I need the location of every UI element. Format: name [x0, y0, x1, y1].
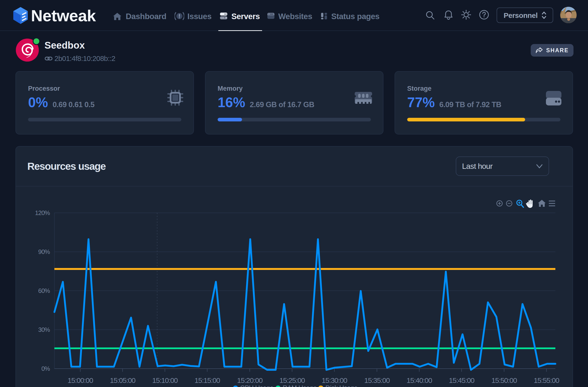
svg-text:15:45:00: 15:45:00 — [449, 376, 475, 384]
svg-text:15:20:00: 15:20:00 — [237, 376, 263, 384]
svg-text:CPU Usage: CPU Usage — [240, 384, 273, 387]
svg-text:15:00:00: 15:00:00 — [68, 376, 93, 384]
svg-text:RAM Usage: RAM Usage — [283, 384, 317, 387]
svg-text:15:15:00: 15:15:00 — [195, 376, 220, 384]
svg-text:15:10:00: 15:10:00 — [152, 376, 178, 384]
svg-text:90%: 90% — [38, 248, 50, 255]
svg-text:15:40:00: 15:40:00 — [407, 376, 432, 384]
svg-text:15:35:00: 15:35:00 — [364, 376, 390, 384]
svg-text:15:55:00: 15:55:00 — [534, 376, 560, 384]
svg-text:15:30:00: 15:30:00 — [322, 376, 347, 384]
svg-text:120%: 120% — [35, 210, 50, 216]
svg-text:15:25:00: 15:25:00 — [279, 376, 305, 384]
svg-text:15:50:00: 15:50:00 — [492, 376, 517, 384]
svg-text:0%: 0% — [41, 365, 50, 372]
svg-text:30%: 30% — [38, 326, 50, 333]
svg-text:15:05:00: 15:05:00 — [110, 376, 136, 384]
svg-text:60%: 60% — [38, 287, 50, 294]
svg-text:Disk Usage: Disk Usage — [325, 384, 357, 387]
